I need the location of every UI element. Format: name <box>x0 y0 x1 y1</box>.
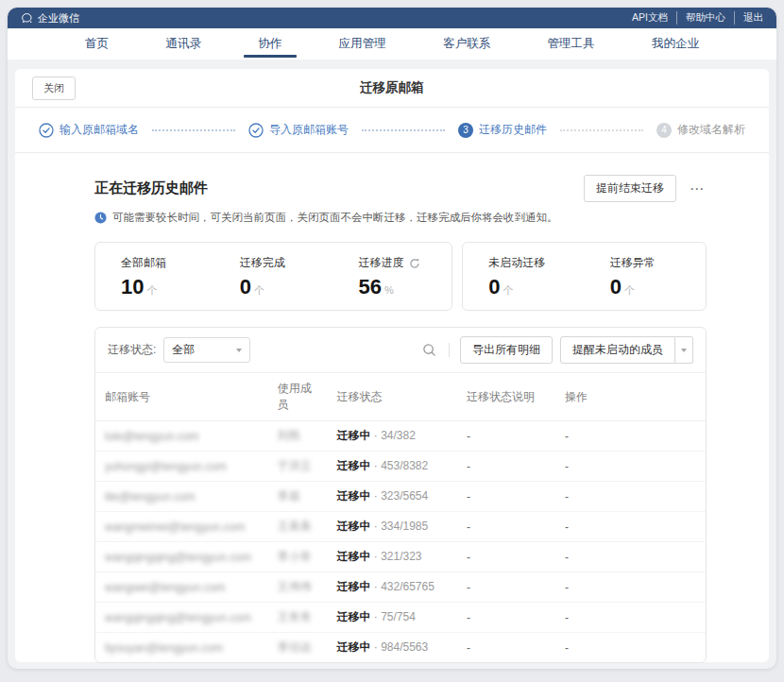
table-row: liyouyan@tengyun.com 李信达 迁移中 · 984/5563 … <box>95 633 706 663</box>
step-label: 修改域名解析 <box>677 122 745 138</box>
status-desc-cell: - <box>457 421 555 452</box>
status-progress: · 321/323 <box>374 550 422 563</box>
check-circle-icon <box>39 123 54 138</box>
col-header-status-desc: 迁移状态说明 <box>457 373 555 421</box>
email-cell: yuhongyi@tengyun.com <box>105 460 227 473</box>
chevron-down-icon <box>236 349 242 352</box>
table-row: wangqingqing@tengyun.com 李小青 迁移中 · 321/3… <box>95 542 706 572</box>
tab-home[interactable]: 首页 <box>81 28 112 60</box>
status-progress: · 75/754 <box>374 610 416 623</box>
divider <box>449 343 450 357</box>
help-center-link[interactable]: 帮助中心 <box>676 11 725 25</box>
info-note: 可能需要较长时间，可关闭当前页面，关闭页面不会中断迁移，迁移完成后你将会收到通知… <box>94 211 707 225</box>
tab-admin-tools[interactable]: 管理工具 <box>544 28 599 60</box>
stats-row: 全部邮箱 10 个 迁移完成 0 个 <box>94 242 707 311</box>
stat-label: 迁移异常 <box>610 255 706 271</box>
stat-value: 10 <box>121 275 144 299</box>
topbar-links: API文档 帮助中心 退出 <box>632 11 763 25</box>
status-desc-cell: - <box>457 452 555 482</box>
more-actions-icon[interactable]: ⋯ <box>688 180 707 197</box>
stat-value: 56 <box>359 275 382 299</box>
refresh-icon[interactable] <box>409 258 420 269</box>
heading-actions: 提前结束迁移 ⋯ <box>584 175 707 202</box>
status-desc-cell: - <box>457 633 555 663</box>
table-panel: 迁移状态: 全部 导出所有明细 提醒未启动的成员 <box>94 327 707 663</box>
close-button[interactable]: 关闭 <box>32 77 76 100</box>
stats-card-progress: 全部邮箱 10 个 迁移完成 0 个 <box>94 242 452 311</box>
stat-total-mailboxes: 全部邮箱 10 个 <box>95 255 214 299</box>
table-header-row: 邮箱账号 使用成员 迁移状态 迁移状态说明 操作 <box>95 373 706 421</box>
section-heading-row: 正在迁移历史邮件 提前结束迁移 ⋯ <box>94 175 707 202</box>
brand-label: 企业微信 <box>38 11 79 26</box>
stat-not-started: 未启动迁移 0 个 <box>463 255 584 299</box>
status-progress: · 984/5563 <box>374 640 428 654</box>
migration-table: 邮箱账号 使用成员 迁移状态 迁移状态说明 操作 lule@tengyun.co… <box>95 372 706 662</box>
step-migrate-history: 3 迁移历史邮件 <box>458 122 547 138</box>
panel-body: 正在迁移历史邮件 提前结束迁移 ⋯ 可能需要较长时间，可关闭当前页面，关闭页面不… <box>15 153 769 663</box>
remind-members-button[interactable]: 提醒未启动的成员 <box>560 336 675 364</box>
action-cell: - <box>555 452 706 482</box>
action-cell: - <box>555 482 706 512</box>
status-text: 迁移中 <box>336 550 370 563</box>
email-cell: wangqingqing@tengyun.com <box>105 611 251 624</box>
stat-value: 0 <box>488 275 500 299</box>
table-row: wangmeimei@tengyun.com 王美美 迁移中 · 334/198… <box>95 512 706 542</box>
tab-contacts[interactable]: 通讯录 <box>162 28 205 60</box>
stat-unit: % <box>384 284 394 296</box>
status-desc-cell: - <box>457 512 555 542</box>
stat-migration-error: 迁移异常 0 个 <box>585 255 706 299</box>
status-text: 迁移中 <box>336 520 370 533</box>
member-cell: 王伟伟 <box>278 580 312 593</box>
export-details-button[interactable]: 导出所有明细 <box>460 336 553 364</box>
table-row: wangwei@tengyun.com 王伟伟 迁移中 · 432/65765 … <box>95 572 706 603</box>
status-desc-cell: - <box>457 542 555 572</box>
status-filter-label: 迁移状态: <box>108 342 156 358</box>
tab-customer-contact[interactable]: 客户联系 <box>439 28 494 60</box>
status-text: 迁移中 <box>336 429 370 442</box>
wecom-bubble-icon <box>21 12 33 25</box>
col-header-status: 迁移状态 <box>327 373 457 421</box>
member-cell: 李磊 <box>278 489 300 503</box>
action-cell: - <box>555 512 706 542</box>
api-docs-link[interactable]: API文档 <box>632 11 668 25</box>
email-cell: wangwei@tengyun.com <box>105 581 226 594</box>
status-progress: · 323/5654 <box>374 489 428 503</box>
status-progress: · 334/1985 <box>374 520 428 533</box>
tab-my-company[interactable]: 我的企业 <box>648 28 703 60</box>
email-cell: lile@tengyun.com <box>105 490 196 503</box>
member-cell: 王青青 <box>278 610 312 623</box>
remind-members-split-button: 提醒未启动的成员 <box>560 336 693 364</box>
logout-link[interactable]: 退出 <box>734 11 763 25</box>
status-desc-cell: - <box>457 482 555 512</box>
tab-collaboration[interactable]: 协作 <box>254 28 285 60</box>
step-connector <box>362 129 445 131</box>
status-desc-cell: - <box>457 572 555 603</box>
tab-app-management[interactable]: 应用管理 <box>335 28 390 60</box>
step-modify-dns: 4 修改域名解析 <box>656 122 745 138</box>
step-import-accounts: 导入原邮箱账号 <box>248 122 349 138</box>
remind-members-dropdown[interactable] <box>675 336 693 364</box>
table-row: lule@tengyun.com 刘凯 迁移中 · 34/382 - - <box>95 421 706 452</box>
end-migration-early-button[interactable]: 提前结束迁移 <box>584 175 676 202</box>
member-cell: 刘凯 <box>278 429 300 442</box>
step-enter-domain: 输入原邮箱域名 <box>39 122 139 138</box>
action-cell: - <box>555 572 706 603</box>
member-cell: 王美美 <box>278 520 312 533</box>
email-cell: liyouyan@tengyun.com <box>105 641 223 655</box>
table-row: yuhongyi@tengyun.com 于洪立 迁移中 · 453/8382 … <box>95 452 706 482</box>
filter-row: 迁移状态: 全部 导出所有明细 提醒未启动的成员 <box>95 328 706 372</box>
step-wizard: 输入原邮箱域名 导入原邮箱账号 3 迁移历史邮件 4 修改域名解析 <box>15 108 769 153</box>
stat-migration-complete: 迁移完成 0 个 <box>214 255 333 299</box>
status-progress: · 34/382 <box>374 429 416 442</box>
action-cell: - <box>555 542 706 572</box>
brand: 企业微信 <box>21 11 79 26</box>
stat-unit: 个 <box>146 283 157 298</box>
main-nav: 首页 通讯录 协作 应用管理 客户联系 管理工具 我的企业 <box>8 28 776 60</box>
action-cell: - <box>555 421 706 452</box>
top-bar: 企业微信 API文档 帮助中心 退出 <box>8 8 776 28</box>
stat-label: 迁移进度 <box>359 255 404 271</box>
search-icon[interactable] <box>420 341 438 359</box>
status-filter-select[interactable]: 全部 <box>163 337 250 363</box>
col-header-action: 操作 <box>555 373 706 421</box>
chevron-down-icon <box>681 349 687 352</box>
